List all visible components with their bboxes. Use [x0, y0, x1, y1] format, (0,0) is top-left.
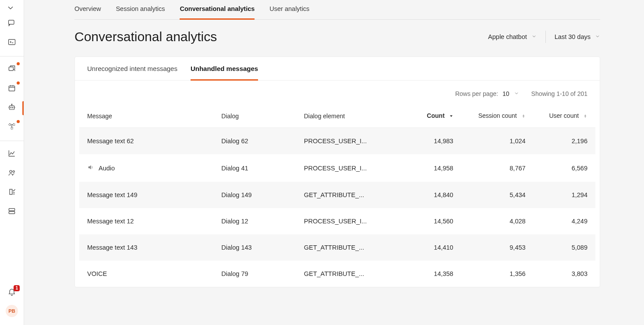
cell-session-count: 8,767: [461, 154, 534, 182]
cell-dialog: Dialog 149: [213, 182, 296, 208]
cell-dialog-element: GET_ATTRIBUTE_...: [296, 261, 400, 287]
svg-rect-28: [9, 212, 14, 214]
rail-item-flows[interactable]: [0, 60, 24, 79]
cell-session-count: 5,434: [461, 182, 534, 208]
calendar-icon: [7, 84, 16, 94]
tab-overview[interactable]: Overview: [74, 0, 101, 20]
rail-divider: [0, 141, 24, 141]
rail-item-storage[interactable]: [0, 202, 24, 222]
table-row[interactable]: Message text 62Dialog 62PROCESS_USER_I..…: [79, 128, 595, 155]
cell-count: 14,983: [399, 128, 461, 155]
cell-dialog: Dialog 12: [213, 208, 296, 234]
cell-user-count: 3,803: [534, 261, 595, 287]
robot-icon: [7, 103, 16, 113]
sort-both-icon: [521, 113, 526, 120]
cell-session-count: 1,356: [461, 261, 534, 287]
chevron-down-icon: [595, 33, 600, 40]
rail-item-team[interactable]: [0, 164, 24, 183]
cell-dialog-element: PROCESS_USER_I...: [296, 154, 400, 182]
cell-dialog: Dialog 143: [213, 234, 296, 261]
table-row[interactable]: Message text 12Dialog 12PROCESS_USER_I..…: [79, 208, 595, 234]
cell-user-count: 2,196: [534, 128, 595, 155]
table-row[interactable]: Message text 143Dialog 143GET_ATTRIBUTE_…: [79, 234, 595, 261]
rows-per-page-selector[interactable]: Rows per page: 10: [455, 90, 519, 97]
page-title: Conversational analytics: [74, 29, 217, 44]
svg-marker-33: [523, 117, 524, 118]
rows-per-page-label: Rows per page:: [455, 90, 498, 97]
checklist-icon: [7, 187, 16, 198]
table-row[interactable]: VOICEDialog 79GET_ATTRIBUTE_...14,3581,3…: [79, 261, 595, 287]
col-header-count-label: Count: [427, 112, 444, 119]
rail-item-tasks[interactable]: [0, 183, 24, 202]
col-header-session-count-label: Session count: [478, 112, 517, 119]
cell-message: Message text 149: [87, 191, 137, 198]
tab-unrecognized-intent[interactable]: Unrecognized intent messages: [87, 65, 177, 81]
col-header-user-count[interactable]: User count: [534, 104, 595, 128]
cell-count: 14,358: [399, 261, 461, 287]
layers-icon: [7, 64, 16, 75]
svg-rect-6: [9, 67, 13, 71]
top-tabs: Overview Session analytics Conversationa…: [74, 0, 600, 20]
svg-marker-35: [584, 117, 586, 118]
update-badge-icon: [17, 81, 20, 85]
chart-line-icon: [7, 149, 16, 159]
notifications-button[interactable]: 1: [7, 287, 16, 298]
sort-desc-icon: [449, 113, 453, 120]
project-dropdown-label: Apple chatbot: [488, 33, 527, 40]
cell-count: 14,410: [399, 234, 461, 261]
table-row[interactable]: AudioDialog 41PROCESS_USER_I...14,9588,7…: [79, 154, 595, 182]
cell-dialog-element: PROCESS_USER_I...: [296, 128, 400, 155]
card-tabs: Unrecognized intent messages Unhandled m…: [75, 57, 600, 81]
col-header-dialog-element: Dialog element: [296, 104, 400, 128]
rail-item-calendar[interactable]: [0, 79, 24, 99]
chevron-down-icon: [514, 90, 519, 97]
svg-rect-0: [9, 20, 14, 24]
database-icon: [7, 207, 16, 217]
rail-item-bots[interactable]: [0, 99, 24, 118]
col-header-session-count[interactable]: Session count: [461, 104, 534, 128]
main-content: Overview Session analytics Conversationa…: [24, 0, 644, 325]
cell-session-count: 1,024: [461, 128, 534, 155]
nodes-icon: [7, 122, 16, 133]
rail-item-transcripts[interactable]: [0, 33, 24, 53]
col-header-message: Message: [79, 104, 213, 128]
svg-rect-13: [9, 106, 14, 110]
rows-per-page-value: 10: [502, 90, 510, 97]
chat-icon: [7, 18, 16, 29]
audio-icon: [87, 164, 94, 172]
date-range-dropdown-label: Last 30 days: [555, 33, 591, 40]
tab-session-analytics[interactable]: Session analytics: [116, 0, 165, 20]
sort-both-icon: [583, 113, 587, 120]
messages-table: Message Dialog Dialog element Count Sess…: [79, 104, 595, 287]
chevron-down-icon: [531, 33, 537, 40]
sidebar-rail: 1 PB: [0, 0, 24, 325]
pagination-showing-text: Showing 1-10 of 201: [531, 90, 587, 97]
rail-item-expand[interactable]: [0, 4, 24, 14]
update-badge-icon: [17, 120, 20, 123]
cell-user-count: 5,089: [534, 234, 595, 261]
tab-conversational-analytics[interactable]: Conversational analytics: [180, 0, 255, 20]
tab-user-analytics[interactable]: User analytics: [269, 0, 309, 20]
rail-item-automations[interactable]: [0, 118, 24, 137]
avatar[interactable]: PB: [6, 305, 18, 317]
cell-count: 14,840: [399, 182, 461, 208]
avatar-initials: PB: [8, 308, 15, 314]
project-dropdown[interactable]: Apple chatbot: [488, 33, 537, 40]
col-header-count[interactable]: Count: [399, 104, 461, 128]
tab-unhandled-messages[interactable]: Unhandled messages: [191, 65, 258, 81]
svg-marker-34: [584, 115, 586, 116]
notifications-count: 1: [14, 285, 20, 291]
rail-item-analytics[interactable]: [0, 145, 24, 164]
rail-item-messages[interactable]: [0, 14, 24, 33]
cell-user-count: 1,294: [534, 182, 595, 208]
cell-dialog-element: GET_ATTRIBUTE_...: [296, 182, 400, 208]
chevron-down-icon: [6, 4, 15, 14]
table-row[interactable]: Message text 149Dialog 149GET_ATTRIBUTE_…: [79, 182, 595, 208]
cell-count: 14,560: [399, 208, 461, 234]
svg-rect-4: [9, 39, 15, 45]
cell-dialog: Dialog 79: [213, 261, 296, 287]
svg-rect-22: [11, 127, 13, 129]
svg-point-17: [11, 104, 12, 105]
date-range-dropdown[interactable]: Last 30 days: [555, 33, 600, 40]
divider-vertical: [545, 31, 546, 43]
